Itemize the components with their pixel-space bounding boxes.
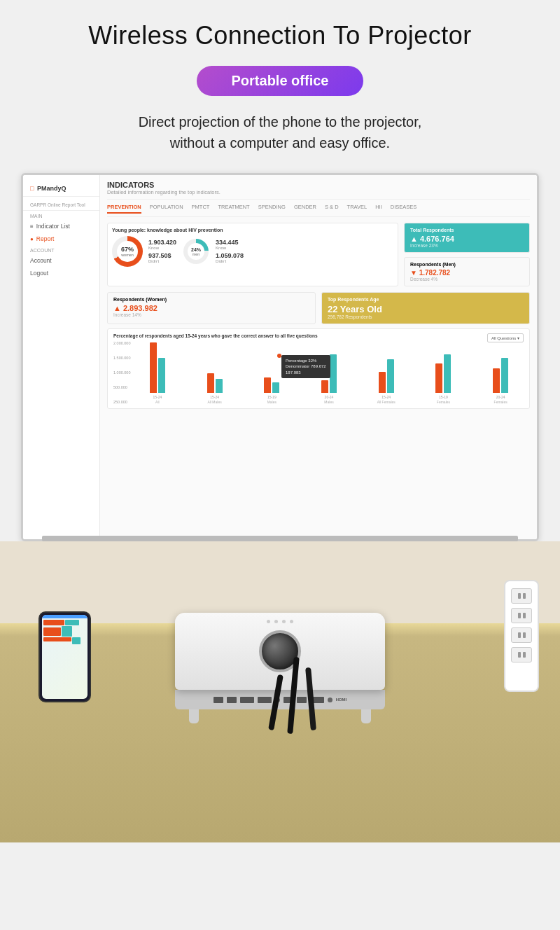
bar-red-1 (150, 342, 157, 393)
bar-teal-7 (501, 358, 508, 393)
phone-block-3 (43, 627, 61, 636)
stat2-label: Know (216, 246, 244, 250)
bars-6 (435, 354, 451, 393)
port-2 (227, 697, 237, 703)
port-4 (258, 697, 272, 703)
outlet-4 (511, 647, 532, 662)
bar-teal-4 (330, 354, 337, 393)
stat-col-1: 1.903.420 Know 937.50$ Didn't (148, 239, 176, 264)
bar-teal-6 (444, 354, 451, 393)
lower-section: HDMI (0, 541, 560, 842)
tab-travel[interactable]: TRAVEL (347, 204, 368, 214)
bar-red-5 (379, 372, 386, 393)
port-3 (240, 697, 254, 703)
tab-treatment[interactable]: TREATMENT (218, 204, 249, 214)
bar-group-6: 15-19 Females (421, 354, 467, 404)
hiv-stats: 1.903.420 Know 937.50$ Didn't 24% (148, 239, 393, 264)
tooltip-denom: Denominator 789.672 (286, 363, 326, 369)
kpi-total-respondents: Total Respondents ▲ 4.676.764 Increase 2… (404, 223, 530, 253)
top-section: Wireless Connection To Projector Portabl… (0, 0, 560, 173)
tab-hii[interactable]: HII (375, 204, 382, 214)
tab-population[interactable]: POPULATION (150, 204, 183, 214)
bars-7 (493, 358, 508, 393)
bar-sublabel-5: All Females (377, 400, 396, 404)
bar-red-2 (207, 373, 214, 393)
tooltip-sub: 197.983 (286, 370, 326, 375)
outlet-2 (511, 608, 532, 623)
bar-sublabel-1: All (155, 400, 160, 404)
outlet-hole-3a (518, 632, 521, 638)
bar-group-7: 20-24 Females (477, 358, 524, 404)
kpi3-title: Respondents (Women) (113, 297, 309, 302)
app-logo: □ PMandyQ (23, 181, 99, 197)
bar-sublabel-4: Males (324, 400, 333, 404)
projector-assembly: HDMI (175, 613, 385, 723)
tab-sd[interactable]: S & D (325, 204, 339, 214)
port-7 (297, 697, 307, 703)
main-content: INDICATORS Detailed information regardin… (100, 175, 537, 539)
stat2-num: 334.445 (216, 239, 244, 246)
section-account: ACCOUNT (23, 245, 99, 254)
kpi-men: Respondents (Men) ▼ 1.782.782 Decrease 4… (404, 257, 530, 286)
stat1-label: Know (148, 246, 176, 250)
bar-teal-3 (272, 382, 279, 393)
sidebar-item-indicator[interactable]: ≡ Indicator List (23, 220, 99, 233)
y-axis: 2.000.000 1.500.000 1.000.000 500.000 25… (113, 341, 130, 404)
bar-group-2: 15-24 All Males (192, 373, 238, 404)
y-label-3: 1.000.000 (113, 370, 130, 375)
bar-teal-1 (158, 358, 165, 393)
hiv-inner: 67% women 1.903.420 Know 937.50 (112, 236, 393, 267)
tab-pmtct[interactable]: PMTCT (192, 204, 210, 214)
port-1 (214, 697, 223, 703)
bar-label-2: 15-24 (210, 395, 219, 399)
kpi4-sub: 298,782 Respondents (328, 314, 524, 319)
kpi2-title: Respondents (Men) (410, 262, 524, 267)
tooltip-pct: Percentage 32% (286, 358, 326, 363)
tab-gender[interactable]: GENDER (294, 204, 316, 214)
bars-5 (379, 359, 394, 393)
sidebar-item-account[interactable]: Account (23, 254, 99, 267)
outlet-hole-2b (523, 613, 526, 618)
hiv-section: Young people: knowledge about HIV preven… (107, 223, 398, 286)
stat1-sublabel: Didn't (148, 259, 176, 263)
kpi2-sub: Decrease 4% (410, 277, 524, 282)
outlet-hole-4b (523, 652, 526, 658)
tab-spending[interactable]: SPENDING (258, 204, 286, 214)
projector-screen: □ PMandyQ GARPR Online Report Tool MAIN … (21, 173, 539, 541)
chart-section: Percentage of respondents aged 15-24 yea… (107, 328, 530, 409)
tab-prevention[interactable]: PREVENTION (107, 204, 141, 214)
bar-teal-2 (216, 379, 223, 393)
report-tool-label: GARPR Online Report Tool (23, 200, 99, 211)
outlet-3 (511, 627, 532, 643)
stat-col-2: 334.445 Know 1.059.078 Didn't (216, 239, 244, 264)
kpi2-value: ▼ 1.782.782 (410, 269, 524, 277)
stat2-sub: 1.059.078 (216, 252, 244, 259)
bar-group-1: 15-24 All (134, 342, 181, 404)
bar-sublabel-7: Females (494, 400, 507, 404)
indicator-dot-1 (267, 620, 270, 623)
outlet-hole-2a (518, 613, 521, 618)
chart-area: 2.000.000 1.500.000 1.000.000 500.000 25… (113, 341, 524, 404)
projector-feet (175, 709, 385, 723)
bar-group-5: 15-24 All Females (363, 359, 410, 404)
bar-label-7: 20-24 (496, 395, 505, 399)
men-circle: 24% men (183, 239, 209, 264)
tab-diseases[interactable]: DISEASES (391, 204, 417, 214)
kpi4-title: Top Respondents Age (328, 297, 524, 302)
kpi3-sub: Increase 14% (113, 312, 309, 317)
bar-label-1: 15-24 (153, 395, 162, 399)
phone-block-4 (62, 626, 72, 637)
kpi1-sub: Increase 23% (410, 243, 524, 248)
bar-red-6 (435, 363, 442, 393)
women-circle: 67% women (112, 236, 143, 267)
dashboard: □ PMandyQ GARPR Online Report Tool MAIN … (23, 175, 537, 539)
kpi4-value: 22 Years Old (328, 304, 524, 314)
sidebar-item-report[interactable]: ● Report (23, 233, 99, 245)
bar-label-4: 20-24 (325, 395, 334, 399)
sidebar-item-logout[interactable]: Logout (23, 267, 99, 279)
phone-block-6 (72, 637, 80, 644)
tabs-row: PREVENTION POPULATION PMTCT TREATMENT SP… (107, 204, 530, 217)
outlet-hole-3b (523, 632, 526, 638)
stat1-num: 1.903.420 (148, 239, 176, 246)
kpi-cards: Total Respondents ▲ 4.676.764 Increase 2… (404, 223, 530, 286)
